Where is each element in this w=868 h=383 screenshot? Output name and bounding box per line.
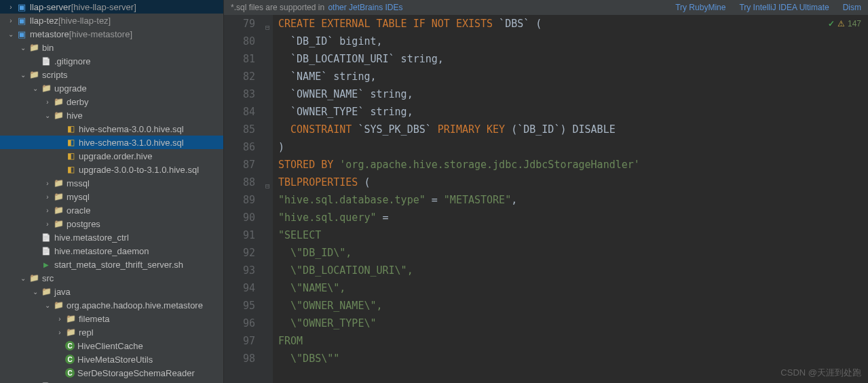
tree-arrow-icon[interactable] (30, 85, 41, 92)
class-icon (65, 341, 75, 350)
tree-label: mssql (67, 178, 90, 188)
fold-icon[interactable]: ⊟ (265, 178, 270, 195)
tree-label: llap-tez (30, 16, 58, 26)
tree-item[interactable]: upgrade.order.hive (0, 149, 223, 163)
tree-item[interactable]: hive-schema-3.1.0.hive.sql (0, 136, 223, 149)
tree-item[interactable]: hive-schema-3.0.0.hive.sql (0, 122, 223, 136)
tree-arrow-icon[interactable] (42, 302, 53, 309)
module-bracket: [hive-llap-server] (71, 2, 136, 12)
tree-label: upgrade.order.hive (79, 151, 152, 161)
file-icon (41, 245, 52, 256)
tree-arrow-icon[interactable] (42, 220, 53, 228)
sql-icon (65, 137, 76, 148)
tree-item[interactable]: org.apache.hadoop.hive.metastore (0, 298, 223, 312)
tree-item[interactable]: scripts (0, 68, 223, 81)
tree-item[interactable]: start_meta_store_thrift_server.sh (0, 258, 223, 271)
tree-item[interactable]: mysql (0, 190, 223, 203)
tree-item[interactable]: oracle (0, 203, 223, 217)
tree-label: repl (79, 327, 94, 338)
module-icon (16, 15, 27, 26)
tree-label: upgrade (54, 83, 87, 94)
sql-icon (65, 150, 76, 161)
line-gutter: 7980818283848586878889909192939495969798 (224, 15, 265, 383)
tree-arrow-icon[interactable] (30, 288, 41, 296)
tree-arrow-icon[interactable] (42, 180, 53, 187)
tree-item[interactable]: upgrade (0, 81, 223, 95)
tree-item[interactable]: HiveClientCache (0, 339, 223, 352)
project-tree[interactable]: llap-server [hive-llap-server]llap-tez [… (0, 0, 224, 383)
tree-label: org.apache.hadoop.hive.metastore (67, 300, 203, 310)
tree-arrow-icon[interactable] (18, 71, 29, 79)
tree-label: scripts (42, 70, 68, 80)
tree-label: java (54, 287, 71, 297)
folder-icon (41, 83, 52, 94)
tree-item[interactable]: derby (0, 95, 223, 108)
tree-arrow-icon[interactable] (54, 315, 65, 323)
tree-item[interactable]: hive-metastore.iml (0, 380, 223, 383)
tree-label: oracle (67, 205, 90, 216)
folder-icon (29, 69, 39, 80)
tree-item[interactable]: .gitignore (0, 54, 223, 68)
tree-label: llap-server (30, 2, 71, 12)
class-icon (65, 355, 75, 364)
tree-item[interactable]: hive.metastore_daemon (0, 244, 223, 258)
tip-link[interactable]: other JetBrains IDEs (328, 3, 402, 12)
fold-icon[interactable]: ⊟ (265, 19, 270, 37)
folder-icon (53, 218, 64, 229)
tip-action[interactable]: Try IntelliJ IDEA Ultimate (739, 3, 829, 12)
tree-item[interactable]: mssql (0, 176, 223, 190)
tree-arrow-icon[interactable] (5, 31, 16, 38)
folder-icon (29, 42, 39, 53)
tree-arrow-icon[interactable] (42, 98, 53, 106)
tree-arrow-icon[interactable] (18, 275, 29, 282)
tree-label: mysql (67, 192, 90, 202)
tree-item[interactable]: java (0, 285, 223, 298)
code-content[interactable]: CREATE EXTERNAL TABLE IF NOT EXISTS `DBS… (273, 15, 868, 383)
tree-item[interactable]: llap-tez [hive-llap-tez] (0, 14, 223, 27)
tree-arrow-icon[interactable] (42, 193, 53, 201)
folder-icon (41, 286, 52, 297)
tree-item[interactable]: repl (0, 325, 223, 339)
tree-item[interactable]: filemeta (0, 312, 223, 325)
tree-item[interactable]: upgrade-3.0.0-to-3.1.0.hive.sql (0, 163, 223, 176)
tree-label: bin (42, 43, 54, 53)
tree-item[interactable]: metastore [hive-metastore] (0, 27, 223, 41)
play-icon (41, 259, 52, 270)
tree-arrow-icon[interactable] (42, 207, 53, 214)
folder-icon (53, 96, 64, 107)
folder-icon (53, 178, 64, 188)
tree-item[interactable]: hive.metastore_ctrl (0, 230, 223, 244)
tip-action[interactable]: Try RubyMine (675, 3, 725, 12)
tree-item[interactable]: src (0, 271, 223, 285)
watermark: CSDN @天涯到处跑 (780, 367, 861, 379)
tree-item[interactable]: HiveMetaStoreUtils (0, 352, 223, 366)
tree-label: postgres (67, 219, 100, 229)
tip-action[interactable]: Dism (843, 3, 861, 12)
tip-text: *.sql files are supported in (231, 3, 324, 12)
module-bracket: [hive-llap-tez] (58, 16, 111, 26)
tree-item[interactable]: llap-server [hive-llap-server] (0, 0, 223, 14)
tip-bar: *.sql files are supported in other JetBr… (224, 0, 868, 15)
file-icon (41, 56, 52, 66)
folder-icon (53, 110, 64, 121)
tree-label: SerDeStorageSchemaReader (77, 368, 195, 378)
folder-icon (53, 300, 64, 310)
tree-item[interactable]: hive (0, 108, 223, 122)
folder-icon (65, 313, 76, 324)
tree-item[interactable]: SerDeStorageSchemaReader (0, 366, 223, 380)
folder-icon (53, 191, 64, 202)
tree-arrow-icon[interactable] (42, 112, 53, 119)
code-editor[interactable]: 7980818283848586878889909192939495969798… (224, 15, 868, 383)
tree-arrow-icon[interactable] (54, 329, 65, 336)
sql-icon (65, 164, 76, 175)
tree-item[interactable]: bin (0, 41, 223, 54)
tree-label: start_meta_store_thrift_server.sh (54, 260, 183, 270)
tree-arrow-icon[interactable] (18, 44, 29, 52)
tree-label: src (42, 273, 54, 283)
file-icon (41, 232, 52, 243)
tree-item[interactable]: postgres (0, 217, 223, 230)
tree-arrow-icon[interactable] (5, 3, 16, 11)
fold-column[interactable]: ⊟⊟ (265, 15, 273, 383)
tree-arrow-icon[interactable] (5, 17, 16, 24)
tree-label: .gitignore (54, 56, 90, 66)
